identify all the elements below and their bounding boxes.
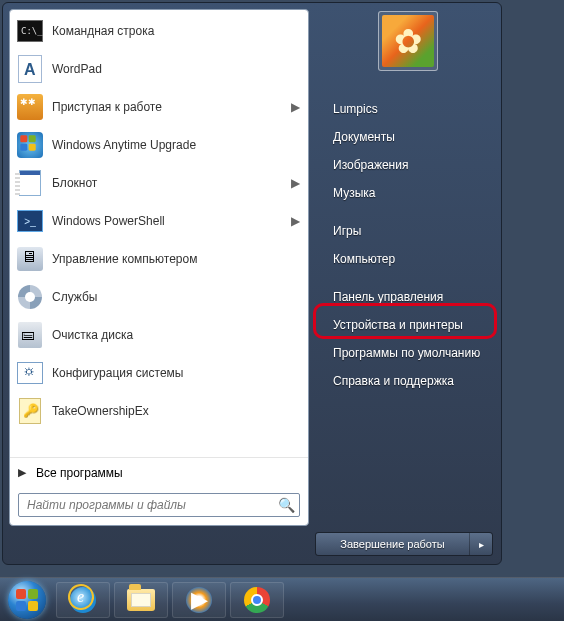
disk-cleanup-icon (16, 321, 44, 349)
search-icon: 🔍 (278, 497, 295, 513)
submenu-arrow-icon: ▶ (288, 176, 302, 190)
search-button[interactable]: 🔍 (273, 494, 299, 516)
computer-management-icon (16, 245, 44, 273)
right-link-user[interactable]: Lumpics (323, 95, 493, 123)
right-link-computer[interactable]: Компьютер (323, 245, 493, 273)
powershell-icon: >_ (16, 207, 44, 235)
shutdown-options-button[interactable]: ▸ (470, 533, 492, 555)
taskbar: ▶ (0, 577, 564, 621)
right-link-music[interactable]: Музыка (323, 179, 493, 207)
notepad-icon (16, 169, 44, 197)
chrome-icon (244, 587, 270, 613)
programs-list: C:\_ Командная строка WordPad Приступая … (10, 10, 308, 457)
start-menu-body: C:\_ Командная строка WordPad Приступая … (3, 3, 501, 526)
program-anytime-upgrade[interactable]: Windows Anytime Upgrade (12, 126, 306, 164)
program-label: Блокнот (52, 176, 280, 190)
services-icon (16, 283, 44, 311)
all-programs-arrow-icon: ▶ (18, 466, 26, 479)
program-computer-management[interactable]: Управление компьютером (12, 240, 306, 278)
explorer-icon (127, 589, 155, 611)
anytime-upgrade-icon (16, 131, 44, 159)
program-wordpad[interactable]: WordPad (12, 50, 306, 88)
program-label: Очистка диска (52, 328, 302, 342)
right-link-documents[interactable]: Документы (323, 123, 493, 151)
program-powershell[interactable]: >_ Windows PowerShell ▶ (12, 202, 306, 240)
wordpad-icon (16, 55, 44, 83)
shutdown-button[interactable]: Завершение работы (316, 533, 470, 555)
getting-started-icon (16, 93, 44, 121)
all-programs[interactable]: ▶ Все программы (10, 457, 308, 487)
ie-icon (70, 587, 96, 613)
submenu-arrow-icon: ▶ (288, 214, 302, 228)
submenu-arrow-icon: ▶ (288, 100, 302, 114)
cmd-icon: C:\_ (16, 17, 44, 45)
start-button[interactable] (6, 579, 48, 621)
right-link-devices-printers[interactable]: Устройства и принтеры (323, 311, 493, 339)
program-label: Конфигурация системы (52, 366, 302, 380)
wmp-icon: ▶ (186, 587, 212, 613)
programs-pane: C:\_ Командная строка WordPad Приступая … (9, 9, 309, 526)
right-link-help[interactable]: Справка и поддержка (323, 367, 493, 395)
start-orb-icon (8, 581, 46, 619)
program-label: Службы (52, 290, 302, 304)
program-label: Приступая к работе (52, 100, 280, 114)
program-services[interactable]: Службы (12, 278, 306, 316)
program-label: Управление компьютером (52, 252, 302, 266)
user-avatar-icon (382, 15, 434, 67)
taskbar-explorer[interactable] (114, 582, 168, 618)
taskbar-chrome[interactable] (230, 582, 284, 618)
right-link-default-programs[interactable]: Программы по умолчанию (323, 339, 493, 367)
taskbar-wmp[interactable]: ▶ (172, 582, 226, 618)
program-label: Windows Anytime Upgrade (52, 138, 302, 152)
right-link-games[interactable]: Игры (323, 217, 493, 245)
program-takeownershipex[interactable]: TakeOwnershipEx (12, 392, 306, 430)
search-wrap: 🔍 (10, 487, 308, 525)
right-link-pictures[interactable]: Изображения (323, 151, 493, 179)
chevron-right-icon: ▸ (479, 539, 484, 550)
program-disk-cleanup[interactable]: Очистка диска (12, 316, 306, 354)
program-cmd[interactable]: C:\_ Командная строка (12, 12, 306, 50)
program-label: TakeOwnershipEx (52, 404, 302, 418)
program-label: WordPad (52, 62, 302, 76)
search-box: 🔍 (18, 493, 300, 517)
user-avatar-frame[interactable] (378, 11, 438, 71)
shutdown-group: Завершение работы ▸ (315, 532, 493, 556)
bottom-row: Завершение работы ▸ (3, 526, 501, 564)
taskbar-ie[interactable] (56, 582, 110, 618)
program-msconfig[interactable]: Конфигурация системы (12, 354, 306, 392)
all-programs-label: Все программы (36, 466, 123, 480)
search-input[interactable] (19, 498, 273, 512)
msconfig-icon (16, 359, 44, 387)
program-label: Командная строка (52, 24, 302, 38)
program-notepad[interactable]: Блокнот ▶ (12, 164, 306, 202)
takeownership-icon (16, 397, 44, 425)
program-label: Windows PowerShell (52, 214, 280, 228)
right-pane: Lumpics Документы Изображения Музыка Игр… (309, 3, 501, 526)
right-link-control-panel[interactable]: Панель управления (323, 283, 493, 311)
program-getting-started[interactable]: Приступая к работе ▶ (12, 88, 306, 126)
start-menu: C:\_ Командная строка WordPad Приступая … (2, 2, 502, 565)
